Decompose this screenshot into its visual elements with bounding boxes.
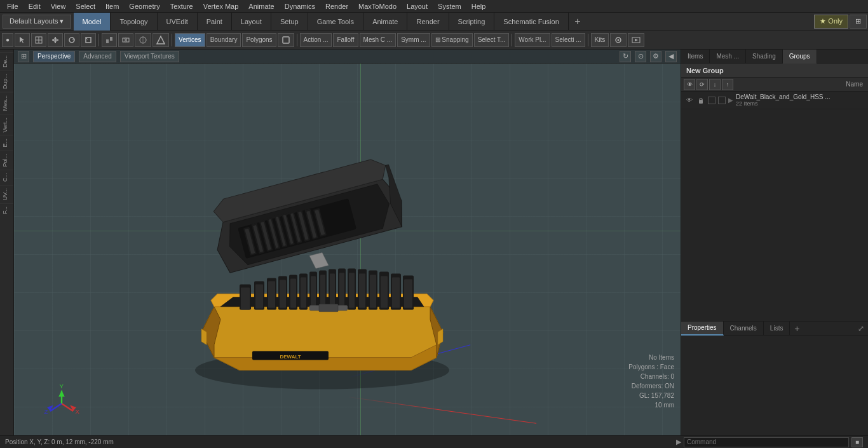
menu-bar: File Edit View Select Item Geometry Text…	[0, 0, 868, 13]
group-eye-icon[interactable]: 👁	[685, 96, 694, 105]
viewport-reset-icon[interactable]: ↻	[620, 51, 631, 62]
tool-work-pl[interactable]: Work Pl...	[515, 33, 550, 47]
sidebar-item-uv[interactable]: UV...	[0, 185, 13, 203]
tool-move[interactable]	[48, 33, 63, 47]
command-run-button[interactable]: ■	[851, 437, 863, 447]
menu-layout[interactable]: Layout	[402, 1, 432, 11]
tool-action[interactable]: Action ...	[300, 33, 332, 47]
groups-refresh-btn[interactable]: ⟳	[696, 79, 708, 90]
tool-rotate[interactable]	[64, 33, 79, 47]
tool-edit[interactable]	[31, 33, 46, 47]
viewport-settings-icon[interactable]: ⚙	[650, 51, 661, 62]
layout-add-button[interactable]: +	[570, 14, 585, 29]
tool-polygons[interactable]: Polygons	[242, 33, 276, 47]
group-item-0[interactable]: 👁 ▶ DeWalt_Black_and_Gold_HSS ... 22 Ite…	[681, 92, 868, 109]
menu-item[interactable]: Item	[101, 1, 123, 11]
rpanel-tab-groups[interactable]: Groups	[783, 50, 817, 64]
tool-symmetry[interactable]	[135, 33, 151, 47]
layout-tab-animate[interactable]: Animate	[363, 13, 407, 31]
prop-tab-add[interactable]: +	[790, 322, 804, 336]
group-cb-1[interactable]	[708, 97, 715, 104]
viewport-perspective-btn[interactable]: Perspective	[33, 51, 75, 62]
tool-transform[interactable]	[102, 33, 117, 47]
viewport-3d[interactable]: DEWALT	[14, 64, 681, 435]
groups-up-btn[interactable]: ↑	[722, 79, 733, 90]
menu-file[interactable]: File	[3, 1, 23, 11]
layout-tab-schematic[interactable]: Schematic Fusion	[494, 13, 568, 31]
sidebar-item-mes[interactable]: Mes...	[0, 92, 13, 114]
menu-system[interactable]: System	[433, 1, 466, 11]
prop-tab-channels[interactable]: Channels	[724, 322, 764, 336]
rpanel-tab-shading[interactable]: Shading	[746, 50, 783, 64]
menu-select[interactable]: Select	[71, 1, 100, 11]
tool-mirror[interactable]	[118, 33, 133, 47]
tool-render-preview[interactable]	[628, 33, 644, 47]
menu-maxtomodo[interactable]: MaxToModo	[354, 1, 401, 11]
layout-tab-render[interactable]: Render	[407, 13, 449, 31]
layout-tab-model[interactable]: Model	[74, 13, 111, 31]
tool-shape2[interactable]	[278, 33, 294, 47]
tool-snapping[interactable]: ⊞ Snapping	[431, 33, 473, 47]
sidebar-item-c[interactable]: C...	[0, 170, 13, 184]
menu-animate[interactable]: Animate	[244, 1, 278, 11]
viewport-advanced-btn[interactable]: Advanced	[79, 51, 116, 62]
sidebar-item-de[interactable]: De...	[0, 52, 13, 70]
tool-shape[interactable]	[153, 33, 169, 47]
viewport-toggle[interactable]: ⊞	[18, 51, 29, 62]
sidebar-item-f[interactable]: F...	[0, 203, 13, 217]
menu-dynamics[interactable]: Dynamics	[280, 1, 320, 11]
tool-dot[interactable]: ●	[2, 33, 13, 47]
tool-select-t[interactable]: Select T...	[474, 33, 510, 47]
group-expand-arrow[interactable]: ▶	[728, 97, 733, 104]
sidebar-item-dup[interactable]: Dup...	[0, 71, 13, 92]
layout-tab-setup[interactable]: Setup	[271, 13, 308, 31]
layout-tab-topology[interactable]: Topology	[111, 13, 157, 31]
menu-geometry[interactable]: Geometry	[125, 1, 164, 11]
menu-render[interactable]: Render	[321, 1, 353, 11]
sidebar-item-e[interactable]: E...	[0, 135, 13, 150]
menu-texture[interactable]: Texture	[166, 1, 198, 11]
tool-kits[interactable]: Kits	[591, 33, 609, 47]
layout-tab-layout[interactable]: Layout	[232, 13, 271, 31]
viewport-expand-icon[interactable]: ◀	[665, 51, 677, 62]
tool-camera[interactable]	[610, 33, 627, 47]
tool-sep-5	[588, 34, 588, 46]
menu-help[interactable]: Help	[467, 1, 491, 11]
tool-boundary[interactable]: Boundary	[207, 33, 241, 47]
prop-tab-properties[interactable]: Properties	[681, 322, 724, 336]
viewport-view-icon[interactable]: ⊙	[635, 51, 646, 62]
tool-falloff[interactable]: Falloff	[333, 33, 358, 47]
command-input[interactable]	[684, 437, 849, 447]
layout-tab-paint[interactable]: Paint	[198, 13, 232, 31]
group-item-name: DeWalt_Black_and_Gold_HSS ...	[736, 93, 864, 100]
groups-list[interactable]: 👁 ▶ DeWalt_Black_and_Gold_HSS ... 22 Ite…	[681, 92, 868, 321]
prop-tab-expand[interactable]: ⤢	[854, 322, 868, 336]
layout-star-button[interactable]: ★ Only	[814, 15, 848, 29]
viewport-area[interactable]: ⊞ Perspective Advanced Viewport Textures…	[14, 50, 681, 435]
group-lock-icon[interactable]	[696, 96, 705, 105]
status-bar: Position X, Y, Z: 0 m, 12 mm, -220 mm ▶ …	[0, 435, 868, 448]
tool-symm[interactable]: Symm ...	[397, 33, 430, 47]
layout-dropdown[interactable]: Default Layouts ▾	[3, 15, 71, 29]
viewport-textures-btn[interactable]: Viewport Textures	[120, 51, 179, 62]
menu-view[interactable]: View	[46, 1, 71, 11]
tool-vertices[interactable]: Vertices	[175, 33, 205, 47]
tool-selecti[interactable]: Selecti ...	[552, 33, 585, 47]
layout-tab-uvedit[interactable]: UVEdit	[158, 13, 198, 31]
groups-down-btn[interactable]: ↓	[709, 79, 721, 90]
prop-tab-lists[interactable]: Lists	[764, 322, 790, 336]
tool-cursor[interactable]	[15, 33, 30, 47]
rpanel-tab-mesh[interactable]: Mesh ...	[710, 50, 746, 64]
sidebar-item-vert[interactable]: Vert...	[0, 114, 13, 135]
layout-expand-button[interactable]: ⊞	[850, 15, 867, 29]
rpanel-tab-items[interactable]: Items	[681, 50, 710, 64]
tool-mesh-c[interactable]: Mesh C ...	[360, 33, 397, 47]
layout-tab-gametools[interactable]: Game Tools	[308, 13, 364, 31]
tool-scale[interactable]	[81, 33, 96, 47]
sidebar-item-pol[interactable]: Pol...	[0, 151, 13, 170]
layout-tab-scripting[interactable]: Scripting	[449, 13, 495, 31]
groups-eye-btn[interactable]: 👁	[684, 79, 695, 90]
group-cb-2[interactable]	[718, 97, 726, 104]
menu-edit[interactable]: Edit	[24, 1, 45, 11]
menu-vertex-map[interactable]: Vertex Map	[199, 1, 243, 11]
